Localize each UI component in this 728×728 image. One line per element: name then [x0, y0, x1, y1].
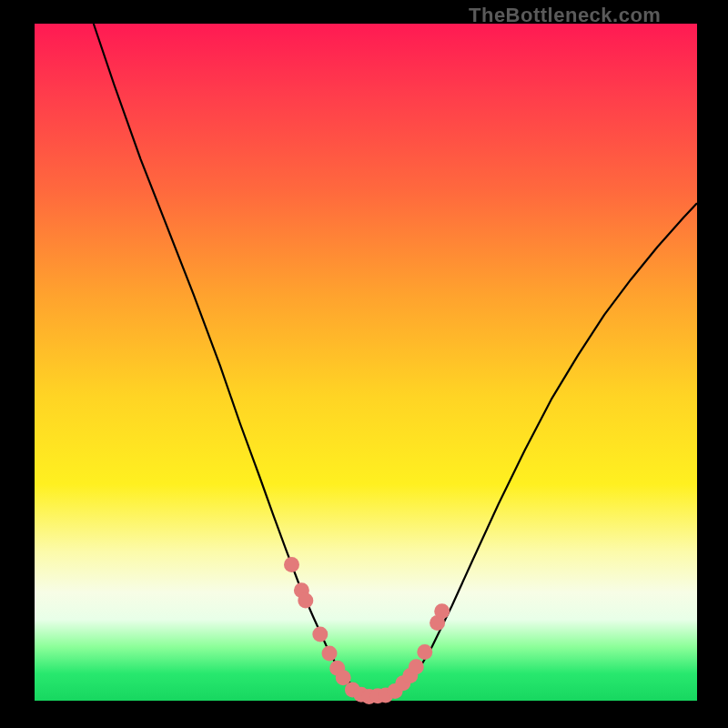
chart-svg: [0, 0, 728, 728]
data-dot: [312, 627, 328, 642]
data-dot: [434, 603, 450, 619]
data-dots: [284, 557, 450, 704]
curve-line: [94, 24, 697, 697]
data-dot: [298, 592, 313, 608]
data-dot: [284, 557, 299, 572]
data-dot: [409, 659, 424, 674]
outer-frame: TheBottleneck.com: [0, 0, 728, 728]
data-dot: [322, 645, 338, 661]
data-dot: [417, 644, 432, 660]
data-dot: [336, 670, 351, 685]
